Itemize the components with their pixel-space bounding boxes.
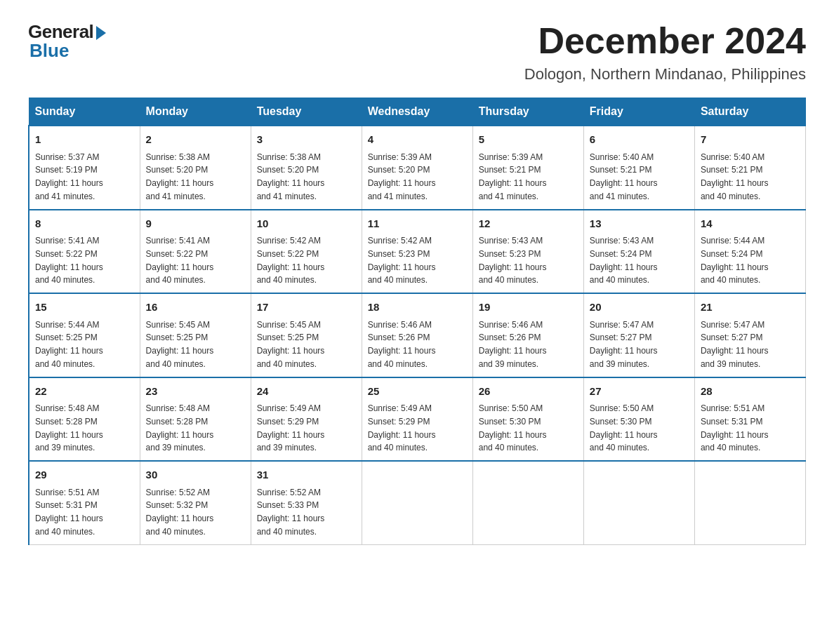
calendar-cell: 8Sunrise: 5:41 AMSunset: 5:22 PMDaylight… (29, 210, 140, 294)
day-info: Sunrise: 5:43 AMSunset: 5:23 PMDaylight:… (479, 236, 547, 285)
day-info: Sunrise: 5:51 AMSunset: 5:31 PMDaylight:… (701, 403, 769, 452)
day-number: 22 (35, 384, 134, 400)
day-info: Sunrise: 5:52 AMSunset: 5:33 PMDaylight:… (257, 488, 325, 537)
day-number: 24 (257, 384, 356, 400)
page-header: General Blue December 2024 Dologon, Nort… (28, 21, 806, 83)
header-wednesday: Wednesday (362, 98, 472, 126)
day-info: Sunrise: 5:38 AMSunset: 5:20 PMDaylight:… (146, 152, 214, 201)
day-number: 18 (368, 300, 467, 316)
day-info: Sunrise: 5:49 AMSunset: 5:29 PMDaylight:… (368, 403, 436, 452)
day-info: Sunrise: 5:40 AMSunset: 5:21 PMDaylight:… (701, 152, 769, 201)
day-number: 1 (35, 132, 134, 148)
day-number: 13 (590, 216, 689, 232)
calendar-header-row: SundayMondayTuesdayWednesdayThursdayFrid… (29, 98, 806, 126)
title-section: December 2024 Dologon, Northern Mindanao… (524, 21, 806, 83)
day-number: 8 (35, 216, 134, 232)
day-info: Sunrise: 5:41 AMSunset: 5:22 PMDaylight:… (146, 236, 214, 285)
calendar-cell: 10Sunrise: 5:42 AMSunset: 5:22 PMDayligh… (251, 210, 362, 294)
day-number: 28 (701, 384, 800, 400)
day-info: Sunrise: 5:45 AMSunset: 5:25 PMDaylight:… (257, 320, 325, 369)
calendar-cell (694, 461, 805, 544)
day-info: Sunrise: 5:50 AMSunset: 5:30 PMDaylight:… (479, 403, 547, 452)
day-number: 11 (368, 216, 467, 232)
calendar-cell: 3Sunrise: 5:38 AMSunset: 5:20 PMDaylight… (251, 126, 362, 210)
day-number: 12 (479, 216, 578, 232)
day-number: 10 (257, 216, 356, 232)
calendar-cell: 7Sunrise: 5:40 AMSunset: 5:21 PMDaylight… (694, 126, 805, 210)
day-info: Sunrise: 5:52 AMSunset: 5:32 PMDaylight:… (146, 488, 214, 537)
calendar-cell: 16Sunrise: 5:45 AMSunset: 5:25 PMDayligh… (140, 293, 251, 377)
day-number: 15 (35, 300, 134, 316)
calendar-week-row: 29Sunrise: 5:51 AMSunset: 5:31 PMDayligh… (29, 461, 806, 544)
day-number: 25 (368, 384, 467, 400)
day-number: 17 (257, 300, 356, 316)
calendar-week-row: 1Sunrise: 5:37 AMSunset: 5:19 PMDaylight… (29, 126, 806, 210)
day-info: Sunrise: 5:46 AMSunset: 5:26 PMDaylight:… (479, 320, 547, 369)
calendar-cell: 12Sunrise: 5:43 AMSunset: 5:23 PMDayligh… (472, 210, 583, 294)
header-monday: Monday (140, 98, 251, 126)
day-info: Sunrise: 5:44 AMSunset: 5:24 PMDaylight:… (701, 236, 769, 285)
day-number: 3 (257, 132, 356, 148)
day-number: 31 (257, 467, 356, 483)
day-number: 14 (701, 216, 800, 232)
calendar-cell: 17Sunrise: 5:45 AMSunset: 5:25 PMDayligh… (251, 293, 362, 377)
calendar-cell: 30Sunrise: 5:52 AMSunset: 5:32 PMDayligh… (140, 461, 251, 544)
day-info: Sunrise: 5:41 AMSunset: 5:22 PMDaylight:… (35, 236, 103, 285)
day-info: Sunrise: 5:45 AMSunset: 5:25 PMDaylight:… (146, 320, 214, 369)
day-number: 5 (479, 132, 578, 148)
day-number: 20 (590, 300, 689, 316)
day-number: 4 (368, 132, 467, 148)
day-number: 7 (701, 132, 800, 148)
day-number: 2 (146, 132, 245, 148)
day-info: Sunrise: 5:47 AMSunset: 5:27 PMDaylight:… (590, 320, 658, 369)
calendar-cell: 15Sunrise: 5:44 AMSunset: 5:25 PMDayligh… (29, 293, 140, 377)
calendar-cell: 29Sunrise: 5:51 AMSunset: 5:31 PMDayligh… (29, 461, 140, 544)
calendar-cell (472, 461, 583, 544)
calendar-cell: 19Sunrise: 5:46 AMSunset: 5:26 PMDayligh… (472, 293, 583, 377)
calendar-cell: 27Sunrise: 5:50 AMSunset: 5:30 PMDayligh… (583, 377, 694, 462)
calendar-cell: 21Sunrise: 5:47 AMSunset: 5:27 PMDayligh… (694, 293, 805, 377)
day-number: 6 (590, 132, 689, 148)
logo-triangle-icon (96, 26, 106, 40)
day-info: Sunrise: 5:46 AMSunset: 5:26 PMDaylight:… (368, 320, 436, 369)
calendar-cell: 28Sunrise: 5:51 AMSunset: 5:31 PMDayligh… (694, 377, 805, 462)
calendar-cell: 2Sunrise: 5:38 AMSunset: 5:20 PMDaylight… (140, 126, 251, 210)
header-friday: Friday (583, 98, 694, 126)
calendar-cell: 11Sunrise: 5:42 AMSunset: 5:23 PMDayligh… (362, 210, 472, 294)
calendar-cell: 24Sunrise: 5:49 AMSunset: 5:29 PMDayligh… (251, 377, 362, 462)
day-info: Sunrise: 5:37 AMSunset: 5:19 PMDaylight:… (35, 152, 103, 201)
calendar-cell: 26Sunrise: 5:50 AMSunset: 5:30 PMDayligh… (472, 377, 583, 462)
day-number: 26 (479, 384, 578, 400)
day-number: 29 (35, 467, 134, 483)
calendar-cell: 6Sunrise: 5:40 AMSunset: 5:21 PMDaylight… (583, 126, 694, 210)
day-number: 30 (146, 467, 245, 483)
day-number: 19 (479, 300, 578, 316)
day-info: Sunrise: 5:38 AMSunset: 5:20 PMDaylight:… (257, 152, 325, 201)
day-info: Sunrise: 5:48 AMSunset: 5:28 PMDaylight:… (146, 403, 214, 452)
calendar-cell: 4Sunrise: 5:39 AMSunset: 5:20 PMDaylight… (362, 126, 472, 210)
day-info: Sunrise: 5:42 AMSunset: 5:22 PMDaylight:… (257, 236, 325, 285)
day-info: Sunrise: 5:39 AMSunset: 5:20 PMDaylight:… (368, 152, 436, 201)
calendar-table: SundayMondayTuesdayWednesdayThursdayFrid… (28, 98, 806, 545)
calendar-week-row: 15Sunrise: 5:44 AMSunset: 5:25 PMDayligh… (29, 293, 806, 377)
month-title: December 2024 (524, 21, 806, 61)
calendar-cell: 13Sunrise: 5:43 AMSunset: 5:24 PMDayligh… (583, 210, 694, 294)
day-info: Sunrise: 5:50 AMSunset: 5:30 PMDaylight:… (590, 403, 658, 452)
day-number: 9 (146, 216, 245, 232)
header-sunday: Sunday (29, 98, 140, 126)
day-number: 23 (146, 384, 245, 400)
calendar-cell: 9Sunrise: 5:41 AMSunset: 5:22 PMDaylight… (140, 210, 251, 294)
day-info: Sunrise: 5:42 AMSunset: 5:23 PMDaylight:… (368, 236, 436, 285)
day-number: 21 (701, 300, 800, 316)
calendar-cell: 5Sunrise: 5:39 AMSunset: 5:21 PMDaylight… (472, 126, 583, 210)
day-info: Sunrise: 5:47 AMSunset: 5:27 PMDaylight:… (701, 320, 769, 369)
day-number: 27 (590, 384, 689, 400)
calendar-cell: 22Sunrise: 5:48 AMSunset: 5:28 PMDayligh… (29, 377, 140, 462)
logo: General Blue (28, 21, 106, 62)
calendar-week-row: 22Sunrise: 5:48 AMSunset: 5:28 PMDayligh… (29, 377, 806, 462)
calendar-cell: 25Sunrise: 5:49 AMSunset: 5:29 PMDayligh… (362, 377, 472, 462)
day-info: Sunrise: 5:39 AMSunset: 5:21 PMDaylight:… (479, 152, 547, 201)
header-saturday: Saturday (694, 98, 805, 126)
calendar-cell: 18Sunrise: 5:46 AMSunset: 5:26 PMDayligh… (362, 293, 472, 377)
calendar-cell (583, 461, 694, 544)
